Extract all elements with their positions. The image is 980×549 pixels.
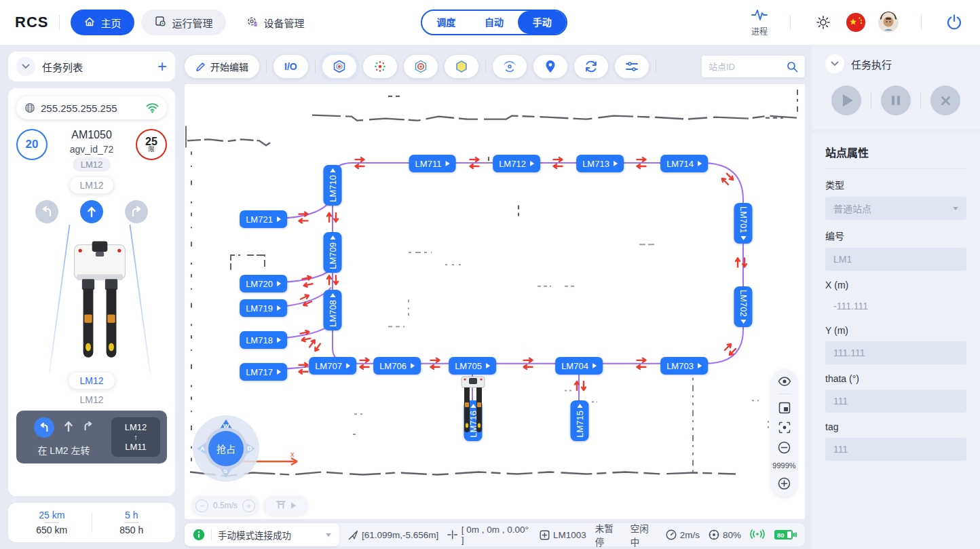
start-edit-button[interactable]: 开始编辑: [185, 55, 259, 78]
info-icon: [193, 529, 205, 541]
status-dropdown-caret[interactable]: [326, 533, 331, 537]
total-distance: 650 km: [36, 525, 67, 535]
status-bar: 手动模式连接成功 [61.099m,-5.656m] [ 0m , 0m , 0…: [185, 523, 805, 546]
collapse-task-exec[interactable]: [825, 54, 844, 73]
navigation-panel: 在 LM2 左转 LM12 ↑ LM11: [16, 411, 167, 463]
pin-button[interactable]: [533, 55, 567, 78]
turn-right-button[interactable]: [125, 200, 148, 223]
station-chip-LM705[interactable]: LM705: [449, 357, 496, 375]
chevron-down-icon: [22, 64, 30, 69]
station-label: LM704: [561, 361, 588, 371]
target-icon: [709, 529, 719, 540]
total-hours: 850 h: [119, 525, 143, 535]
route-arrow: ↑: [134, 433, 138, 441]
map-canvas[interactable]: LM710LM711LM712LM713LM714LM701LM702LM721…: [185, 84, 805, 519]
add-task-button[interactable]: +: [157, 59, 167, 74]
station-chip-LM702[interactable]: LM702: [734, 286, 753, 327]
station-chip-LM718[interactable]: LM718: [240, 331, 287, 349]
station-x-value: -111.111: [825, 296, 966, 316]
turn-right-icon: [130, 206, 143, 217]
station-chip-LM717[interactable]: LM717: [240, 363, 287, 381]
nav-device[interactable]: 设备管理: [233, 10, 318, 35]
task-cancel-button[interactable]: [930, 86, 960, 115]
connection-status[interactable]: 手动模式连接成功: [185, 523, 339, 546]
station-chip-LM714[interactable]: LM714: [660, 155, 708, 172]
collapse-task-list[interactable]: [16, 57, 35, 76]
station-chip-LM710[interactable]: LM710: [324, 165, 342, 206]
station-chip-LM701[interactable]: LM701: [734, 203, 753, 244]
visibility-eye-icon[interactable]: [778, 377, 791, 386]
station-y-input[interactable]: 111.111: [825, 341, 966, 364]
wifi-icon: [146, 103, 159, 113]
vehicle-ip-field[interactable]: 255.255.255.255: [16, 96, 167, 119]
focus-center-icon[interactable]: [778, 421, 791, 434]
nav-operation[interactable]: 运行管理: [141, 10, 226, 35]
speed-decrease-button[interactable]: −: [195, 499, 208, 512]
layers-icon[interactable]: [778, 402, 791, 414]
station-code-input[interactable]: LM1: [825, 248, 966, 271]
station-chip-LM715[interactable]: LM715: [571, 400, 589, 441]
station-direction-icon: [486, 363, 490, 368]
task-play-button[interactable]: [831, 86, 861, 115]
station-chip-LM712[interactable]: LM712: [493, 155, 540, 172]
station-direction-icon: [740, 320, 746, 324]
power-button[interactable]: [943, 12, 965, 33]
station-direction-icon: [277, 216, 281, 222]
field-type-label: 类型: [825, 178, 966, 191]
layer-points-button[interactable]: [363, 55, 397, 78]
fork-control[interactable]: [264, 496, 307, 515]
radar-button[interactable]: [493, 55, 527, 78]
station-type-select[interactable]: 普通站点: [825, 197, 966, 220]
station-search-input[interactable]: [709, 62, 781, 72]
layer-zone-button[interactable]: [445, 55, 478, 78]
refresh-icon: [584, 60, 598, 73]
map-agv-forklift[interactable]: [459, 375, 487, 446]
station-chip-LM709[interactable]: LM709: [324, 232, 342, 273]
task-exec-title: 任务执行: [851, 57, 892, 71]
station-label: LM720: [246, 279, 273, 289]
station-chip-LM703[interactable]: LM703: [660, 357, 708, 375]
speed-status: 2m/s: [666, 529, 700, 540]
station-chip-LM704[interactable]: LM704: [555, 357, 603, 375]
station-direction-icon: [592, 363, 597, 368]
joystick-seize-button[interactable]: 抢占: [208, 431, 244, 466]
tab-manual[interactable]: 手动: [518, 11, 566, 34]
task-pause-button[interactable]: [881, 86, 911, 115]
station-direction-icon: [277, 337, 281, 343]
language-flag[interactable]: [845, 12, 867, 33]
filter-button[interactable]: [615, 55, 649, 78]
theme-toggle[interactable]: [812, 12, 834, 33]
station-theta-input[interactable]: 111: [825, 390, 966, 413]
station-tag-input[interactable]: 111: [825, 438, 966, 461]
station-chip-LM719[interactable]: LM719: [240, 299, 287, 317]
tab-auto[interactable]: 自动: [470, 11, 519, 34]
station-chip-LM708[interactable]: LM708: [324, 290, 342, 330]
signal-icon: [750, 529, 765, 542]
speed-increase-button[interactable]: +: [242, 499, 255, 512]
station-props-title: 站点属性: [825, 144, 966, 160]
layer-station-button[interactable]: [322, 55, 356, 78]
go-straight-button[interactable]: [80, 200, 103, 223]
station-chip-LM711[interactable]: LM711: [409, 155, 456, 172]
zoom-out-icon[interactable]: [778, 441, 791, 454]
zoom-in-icon[interactable]: [778, 477, 791, 490]
station-chip-LM707[interactable]: LM707: [309, 357, 356, 375]
nav-home[interactable]: 主页: [71, 10, 134, 35]
io-button[interactable]: I/O: [274, 55, 308, 78]
process-button[interactable]: 进程: [751, 8, 768, 37]
nav-turn-right-icon: [83, 421, 94, 434]
station-chip-LM721[interactable]: LM721: [240, 210, 287, 228]
station-direction-icon: [277, 281, 281, 286]
refresh-button[interactable]: [574, 55, 608, 78]
layer-rings-button[interactable]: [404, 55, 438, 78]
tab-dispatch[interactable]: 调度: [422, 11, 470, 34]
turn-left-button[interactable]: [35, 200, 58, 223]
current-station-status: LM1003: [540, 530, 586, 540]
station-chip-LM720[interactable]: LM720: [240, 275, 287, 292]
user-avatar[interactable]: [878, 12, 899, 33]
station-chip-LM706[interactable]: LM706: [373, 357, 421, 375]
speedometer-icon: [666, 529, 677, 540]
station-chip-LM713[interactable]: LM713: [576, 155, 624, 172]
station-direction-icon: [698, 161, 702, 166]
search-icon[interactable]: [787, 61, 798, 73]
